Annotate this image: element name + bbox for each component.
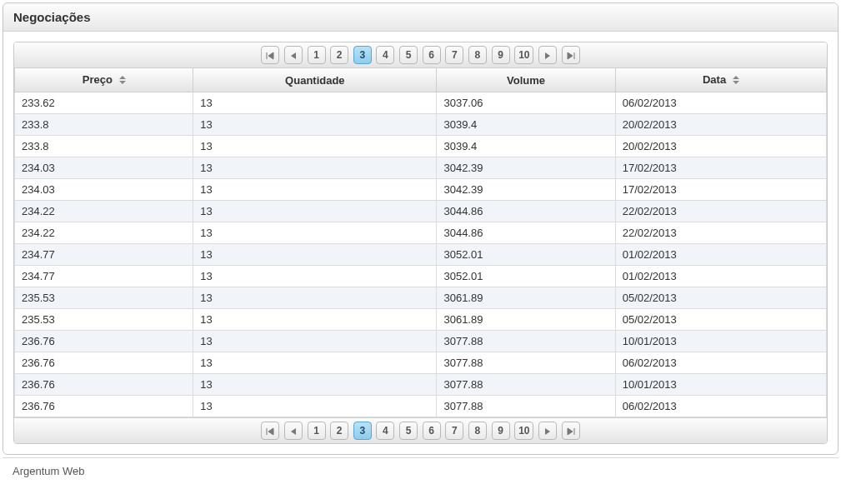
col-header-preco-label: Preço [83, 73, 113, 86]
page-3-button[interactable]: 3 [353, 422, 372, 440]
table-row: 234.22133044.8622/02/2013 [15, 201, 827, 222]
page-4-button[interactable]: 4 [376, 422, 394, 440]
data-grid: Preço Quantidade Volume Data [14, 68, 827, 417]
table-row: 234.03133042.3917/02/2013 [15, 157, 827, 179]
table-row: 233.8133039.420/02/2013 [15, 136, 827, 157]
page-5-button[interactable]: 5 [399, 46, 418, 64]
cell-volume: 3077.88 [437, 352, 615, 374]
cell-volume: 3077.88 [437, 396, 615, 417]
cell-preco: 234.03 [15, 157, 193, 179]
page-7-button[interactable]: 7 [445, 46, 463, 64]
cell-data: 05/02/2013 [615, 309, 826, 331]
page-8-button[interactable]: 8 [468, 422, 487, 440]
cell-volume: 3039.4 [437, 114, 615, 136]
negociacoes-panel: Negociações 1 2 3 4 5 6 7 8 9 10 [3, 2, 838, 455]
page-2-button[interactable]: 2 [330, 46, 348, 64]
cell-quantidade: 13 [193, 114, 437, 136]
page-1-button[interactable]: 1 [308, 46, 326, 64]
page-4-button[interactable]: 4 [376, 46, 394, 64]
cell-preco: 233.62 [15, 92, 193, 114]
table-row: 234.77133052.0101/02/2013 [15, 244, 827, 266]
next-page-button[interactable] [538, 46, 557, 64]
footer-text: Argentum Web [3, 457, 838, 484]
sort-icon [119, 74, 126, 87]
cell-volume: 3052.01 [437, 266, 615, 287]
col-header-data-label: Data [703, 73, 726, 86]
cell-quantidade: 13 [193, 396, 437, 417]
header-row: Preço Quantidade Volume Data [15, 68, 827, 92]
cell-data: 01/02/2013 [615, 244, 826, 266]
cell-quantidade: 13 [193, 352, 437, 374]
cell-preco: 234.22 [15, 222, 193, 244]
cell-volume: 3042.39 [437, 157, 615, 179]
panel-title: Negociações [3, 3, 838, 32]
cell-preco: 234.77 [15, 266, 193, 287]
table-row: 235.53133061.8905/02/2013 [15, 287, 827, 309]
cell-data: 17/02/2013 [615, 157, 826, 179]
cell-quantidade: 13 [193, 157, 437, 179]
cell-preco: 236.76 [15, 331, 193, 352]
cell-preco: 235.53 [15, 309, 193, 331]
first-page-button[interactable] [261, 422, 279, 440]
page-9-button[interactable]: 9 [492, 46, 510, 64]
cell-quantidade: 13 [193, 179, 437, 201]
table-row: 236.76133077.8810/01/2013 [15, 331, 827, 352]
cell-data: 06/02/2013 [615, 352, 826, 374]
cell-quantidade: 13 [193, 266, 437, 287]
page-10-button[interactable]: 10 [514, 46, 533, 64]
col-header-quantidade[interactable]: Quantidade [193, 68, 437, 92]
page-5-button[interactable]: 5 [399, 422, 418, 440]
page-10-button[interactable]: 10 [514, 422, 533, 440]
cell-quantidade: 13 [193, 244, 437, 266]
paginator-bottom: 1 2 3 4 5 6 7 8 9 10 [14, 417, 827, 443]
cell-quantidade: 13 [193, 136, 437, 157]
cell-preco: 234.03 [15, 179, 193, 201]
cell-quantidade: 13 [193, 222, 437, 244]
cell-data: 22/02/2013 [615, 201, 826, 222]
last-page-button[interactable] [562, 422, 580, 440]
cell-quantidade: 13 [193, 309, 437, 331]
cell-quantidade: 13 [193, 92, 437, 114]
col-header-volume[interactable]: Volume [437, 68, 615, 92]
page-3-button[interactable]: 3 [353, 46, 372, 64]
table-row: 233.62133037.0606/02/2013 [15, 92, 827, 114]
page-2-button[interactable]: 2 [330, 422, 348, 440]
cell-data: 10/01/2013 [615, 374, 826, 396]
prev-page-button[interactable] [284, 46, 303, 64]
table-row: 236.76133077.8810/01/2013 [15, 374, 827, 396]
page-6-button[interactable]: 6 [423, 422, 441, 440]
cell-quantidade: 13 [193, 201, 437, 222]
next-page-button[interactable] [538, 422, 557, 440]
cell-data: 10/01/2013 [615, 331, 826, 352]
cell-volume: 3052.01 [437, 244, 615, 266]
cell-preco: 236.76 [15, 352, 193, 374]
page-7-button[interactable]: 7 [445, 422, 463, 440]
page-1-button[interactable]: 1 [308, 422, 326, 440]
table-body: 233.62133037.0606/02/2013 233.8133039.42… [15, 92, 827, 417]
table-row: 236.76133077.8806/02/2013 [15, 396, 827, 417]
table-row: 236.76133077.8806/02/2013 [15, 352, 827, 374]
page-8-button[interactable]: 8 [468, 46, 487, 64]
first-page-button[interactable] [261, 46, 279, 64]
cell-preco: 236.76 [15, 374, 193, 396]
last-page-button[interactable] [562, 46, 580, 64]
sort-icon [733, 74, 739, 87]
cell-preco: 233.8 [15, 114, 193, 136]
cell-preco: 235.53 [15, 287, 193, 309]
cell-volume: 3042.39 [437, 179, 615, 201]
cell-data: 05/02/2013 [615, 287, 826, 309]
cell-data: 06/02/2013 [615, 92, 826, 114]
page-6-button[interactable]: 6 [423, 46, 441, 64]
cell-volume: 3077.88 [437, 374, 615, 396]
panel-body: 1 2 3 4 5 6 7 8 9 10 [3, 32, 838, 454]
col-header-data[interactable]: Data [615, 68, 826, 92]
cell-data: 20/02/2013 [615, 114, 826, 136]
table-row: 234.22133044.8622/02/2013 [15, 222, 827, 244]
cell-preco: 234.77 [15, 244, 193, 266]
page-9-button[interactable]: 9 [492, 422, 510, 440]
cell-volume: 3077.88 [437, 331, 615, 352]
prev-page-button[interactable] [284, 422, 303, 440]
cell-volume: 3037.06 [437, 92, 615, 114]
col-header-preco[interactable]: Preço [15, 68, 193, 92]
cell-data: 22/02/2013 [615, 222, 826, 244]
